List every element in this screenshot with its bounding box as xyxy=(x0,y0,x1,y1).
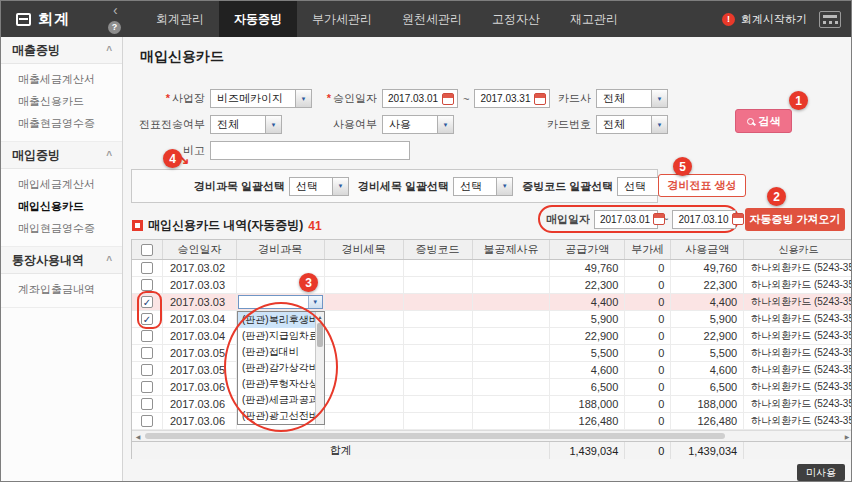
sidebar-section-header-1[interactable]: 매입증빙^ xyxy=(1,142,122,169)
credit-card-cell: 하나외환카드 (5243-3561-20 xyxy=(744,413,852,429)
row-checkbox[interactable] xyxy=(141,398,153,410)
chevron-down-icon: ▼ xyxy=(308,296,322,308)
use-label: 사용여부 xyxy=(319,117,377,132)
sidebar-item[interactable]: 매출현금영수증 xyxy=(1,112,122,134)
transfer-select[interactable]: 전체 ▼ xyxy=(210,115,282,134)
total-label-cell: 합계 xyxy=(132,442,550,459)
unused-button[interactable]: 미사용 xyxy=(797,464,845,481)
search-icon xyxy=(747,118,754,125)
expense-detail-cell xyxy=(325,294,404,310)
sidebar-section-title: 매입증빙 xyxy=(12,147,60,164)
usage-amount-cell: 49,760 xyxy=(671,260,744,276)
purchase-to-input[interactable]: 2017.03.10 xyxy=(672,210,736,229)
sidebar-section-header-0[interactable]: 매출증빙^ xyxy=(1,37,122,64)
horizontal-scrollbar[interactable]: ◀ ▶ xyxy=(132,430,852,442)
non-deduction-cell xyxy=(473,362,551,378)
dropdown-option[interactable]: (판관)복리후생비 xyxy=(238,312,324,328)
scroll-up-icon[interactable]: ▲ xyxy=(316,312,324,321)
filter-card-company: 카드사 전체 ▼ xyxy=(531,89,668,108)
calendar-icon[interactable] xyxy=(442,93,454,105)
row-checkbox[interactable] xyxy=(141,262,153,274)
dropdown-option[interactable]: (판관)지급임차료 xyxy=(238,328,324,344)
scrollbar-thumb[interactable] xyxy=(145,433,725,439)
sidebar-item[interactable]: 계좌입출금내역 xyxy=(1,278,122,300)
dropdown-option[interactable]: (판관)감가상각비 xyxy=(238,360,324,376)
sidebar-item[interactable]: 매입현금영수증 xyxy=(1,217,122,239)
calendar-icon[interactable] xyxy=(653,213,665,225)
table-row[interactable]: 2017.03.0322,300022,300하나외환카드 (5243-3561… xyxy=(132,277,852,294)
expense-category-combobox[interactable]: ▼ xyxy=(238,295,323,309)
nav-tab-5[interactable]: 재고관리 xyxy=(555,1,633,37)
start-accounting-link[interactable]: 회계시작하기 xyxy=(741,12,807,27)
fetch-auto-evidence-button[interactable]: 자동증빙 가져오기 xyxy=(745,208,845,231)
scroll-left-icon[interactable]: ◀ xyxy=(132,431,144,441)
calendar-icon[interactable] xyxy=(732,213,744,225)
select-all-checkbox[interactable] xyxy=(141,244,153,256)
dropdown-option[interactable]: (판관)무형자산상각 xyxy=(238,376,324,392)
approval-from-input[interactable]: 2017.03.01 xyxy=(382,89,458,108)
sidebar-item[interactable]: 매입신용카드 xyxy=(1,195,122,217)
expense-detail-cell xyxy=(325,311,404,327)
table-row[interactable]: ✓2017.03.03▼4,40004,400하나외환카드 (5243-3561… xyxy=(132,294,852,311)
evidence-code-cell xyxy=(404,345,473,361)
sidebar-section-title: 통장사용내역 xyxy=(12,252,84,269)
supply-amount-cell: 4,600 xyxy=(550,362,625,378)
row-checkbox[interactable] xyxy=(141,347,153,359)
scroll-right-icon[interactable]: ▶ xyxy=(841,431,852,441)
business-select[interactable]: 비즈메카이지 ▼ xyxy=(210,89,312,108)
sidebar-item[interactable]: 매출신용카드 xyxy=(1,90,122,112)
row-checkbox[interactable] xyxy=(141,415,153,427)
app-logo[interactable]: 회계 xyxy=(1,1,105,37)
row-checkbox[interactable] xyxy=(141,364,153,376)
sidebar-item[interactable]: 매출세금계산서 xyxy=(1,68,122,90)
usage-amount-cell: 22,900 xyxy=(671,328,744,344)
dropdown-option[interactable]: (판관)접대비 xyxy=(238,344,324,360)
expense-detail-cell xyxy=(325,362,404,378)
nav-tab-2[interactable]: 부가세관리 xyxy=(297,1,387,37)
dropdown-scrollbar[interactable]: ▲ xyxy=(315,312,324,424)
sidebar-collapse-icon[interactable]: ‹ xyxy=(113,3,118,17)
usage-amount-cell: 4,400 xyxy=(671,294,744,310)
row-checkbox[interactable] xyxy=(141,381,153,393)
transfer-label: 전표전송여부 xyxy=(133,117,205,132)
expense-category-cell: ▼ xyxy=(237,294,325,310)
nav-tab-4[interactable]: 고정자산 xyxy=(477,1,555,37)
use-select[interactable]: 사용 ▼ xyxy=(382,115,454,134)
nav-tab-3[interactable]: 원천세관리 xyxy=(387,1,477,37)
column-header: 경비세목 xyxy=(325,240,404,259)
row-checkbox[interactable]: ✓ xyxy=(141,313,153,325)
dropdown-option[interactable]: (판관)세금과공과 xyxy=(238,392,324,408)
card-company-select[interactable]: 전체 ▼ xyxy=(596,89,668,108)
sidebar-section-header-2[interactable]: 통장사용내역^ xyxy=(1,247,122,274)
nav-tab-0[interactable]: 회계관리 xyxy=(141,1,219,37)
filter-approval-date: *승인일자 2017.03.01 ~ 2017.03.31 xyxy=(319,89,550,108)
batch-detail-select[interactable]: 선택 ▼ xyxy=(453,177,513,196)
approval-date-cell: 2017.03.05 xyxy=(163,345,237,361)
chevron-down-icon: ▼ xyxy=(295,90,311,107)
chevron-down-icon: ▼ xyxy=(651,90,667,107)
column-header: 증빙코드 xyxy=(404,240,473,259)
search-button[interactable]: 검색 xyxy=(735,109,792,133)
table-row[interactable]: 2017.03.0249,760049,760하나외환카드 (5243-3561… xyxy=(132,260,852,277)
purchase-from-input[interactable]: 2017.03.01 xyxy=(594,210,658,229)
batch-category-select[interactable]: 선택 ▼ xyxy=(289,177,349,196)
top-nav: 회계관리자동증빙부가세관리원천세관리고정자산재고관리 xyxy=(141,1,633,37)
nav-tab-1[interactable]: 자동증빙 xyxy=(219,1,297,37)
row-checkbox[interactable] xyxy=(141,279,153,291)
note-input[interactable] xyxy=(210,141,410,160)
purchase-to-value: 2017.03.10 xyxy=(678,214,728,225)
column-header: 공급가액 xyxy=(550,240,625,259)
sidebar-item[interactable]: 매입세금계산서 xyxy=(1,173,122,195)
row-checkbox[interactable]: ✓ xyxy=(141,296,153,308)
help-icon[interactable]: ? xyxy=(108,21,121,34)
calculator-icon[interactable] xyxy=(819,11,841,28)
dropdown-option[interactable]: (판관)광고선전비 xyxy=(238,408,324,424)
row-checkbox[interactable] xyxy=(141,330,153,342)
credit-card-cell: 하나외환카드 (5243-3561-20 xyxy=(744,260,852,276)
card-no-select[interactable]: 전체 ▼ xyxy=(596,115,668,134)
approval-date-cell: 2017.03.03 xyxy=(163,277,237,293)
dropdown-scrollbar-thumb[interactable] xyxy=(317,323,323,347)
usage-amount-cell: 5,500 xyxy=(671,345,744,361)
create-voucher-button[interactable]: 경비전표 생성 xyxy=(658,174,746,197)
expense-detail-cell xyxy=(325,260,404,276)
